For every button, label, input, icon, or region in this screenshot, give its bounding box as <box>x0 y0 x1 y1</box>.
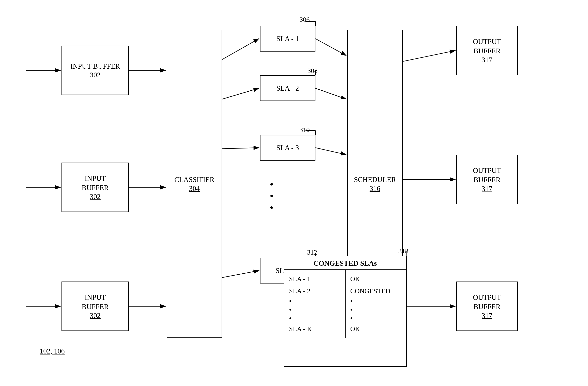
callout-306: 306 <box>299 16 310 23</box>
congested-slas-col1-rowk: SLA - K <box>289 323 340 335</box>
sla-dots: ••• <box>270 178 274 214</box>
svg-line-13 <box>315 148 346 155</box>
congested-slas-col2-dots: ••• <box>350 297 401 323</box>
sla-1-box: SLA - 1 <box>260 26 315 52</box>
congested-slas-table: CONGESTED SLAs SLA - 1 SLA - 2 ••• SLA -… <box>284 256 407 367</box>
input-buffer-1: INPUT BUFFER 302 <box>62 46 129 95</box>
svg-line-10 <box>222 271 259 278</box>
output-buffer-2-label: OUTPUTBUFFER <box>473 166 501 184</box>
congested-slas-col1-row1: SLA - 1 <box>289 273 340 285</box>
congested-slas-col2-row2: CONGESTED <box>350 285 401 297</box>
diagram: INPUT BUFFER 302 INPUTBUFFER 302 INPUTBU… <box>0 0 588 386</box>
congested-slas-col1-row2: SLA - 2 <box>289 285 340 297</box>
svg-line-11 <box>315 39 346 56</box>
input-buffer-1-label: INPUT BUFFER <box>70 62 120 71</box>
congested-slas-col2-row1: OK <box>350 273 401 285</box>
congested-slas-title: CONGESTED SLAs <box>284 256 406 270</box>
input-buffer-2-label: INPUTBUFFER <box>82 174 109 192</box>
congested-slas-col2-rowk: OK <box>350 323 401 335</box>
output-buffer-2: OUTPUTBUFFER 317 <box>456 155 518 204</box>
output-buffer-3-label: OUTPUTBUFFER <box>473 293 501 311</box>
callout-318: 318 <box>398 247 408 255</box>
congested-slas-col2: OK CONGESTED ••• OK <box>346 270 406 338</box>
callout-308: 308 <box>308 67 318 75</box>
output-buffer-3: OUTPUTBUFFER 317 <box>456 282 518 331</box>
callout-310: 310 <box>299 126 310 134</box>
congested-slas-col1: SLA - 1 SLA - 2 ••• SLA - K <box>284 270 346 338</box>
sla-3-box: SLA - 3 <box>260 135 315 161</box>
input-buffer-3-num: 302 <box>90 311 101 320</box>
svg-line-9 <box>222 148 259 149</box>
input-buffer-1-num: 302 <box>90 71 101 79</box>
output-buffer-3-num: 317 <box>482 311 492 320</box>
input-buffer-2-num: 302 <box>90 192 101 201</box>
callout-312: 312 <box>307 249 317 256</box>
output-buffer-2-num: 317 <box>482 184 492 193</box>
svg-line-7 <box>222 39 259 60</box>
sla-3-label: SLA - 3 <box>276 143 299 152</box>
scheduler-num: 316 <box>370 184 380 193</box>
input-buffer-3: INPUTBUFFER 302 <box>62 282 129 331</box>
classifier-box: CLASSIFIER 304 <box>167 30 222 338</box>
ref-label: 102, 106 <box>40 347 65 355</box>
svg-line-12 <box>315 88 346 99</box>
svg-line-15 <box>403 51 455 61</box>
output-buffer-1-num: 317 <box>482 56 492 64</box>
input-buffer-3-label: INPUTBUFFER <box>82 293 109 311</box>
congested-slas-col1-dots: ••• <box>289 297 340 323</box>
sla-2-box: SLA - 2 <box>260 75 315 101</box>
input-buffer-2: INPUTBUFFER 302 <box>62 163 129 212</box>
svg-line-8 <box>222 88 259 99</box>
classifier-num: 304 <box>189 184 200 193</box>
sla-2-label: SLA - 2 <box>276 84 299 93</box>
output-buffer-1: OUTPUTBUFFER 317 <box>456 26 518 75</box>
classifier-label: CLASSIFIER <box>174 175 214 184</box>
scheduler-label: SCHEDULER <box>354 175 396 184</box>
congested-slas-body: SLA - 1 SLA - 2 ••• SLA - K OK CONGESTED… <box>284 270 406 338</box>
sla-1-label: SLA - 1 <box>276 34 299 43</box>
output-buffer-1-label: OUTPUTBUFFER <box>473 37 501 56</box>
